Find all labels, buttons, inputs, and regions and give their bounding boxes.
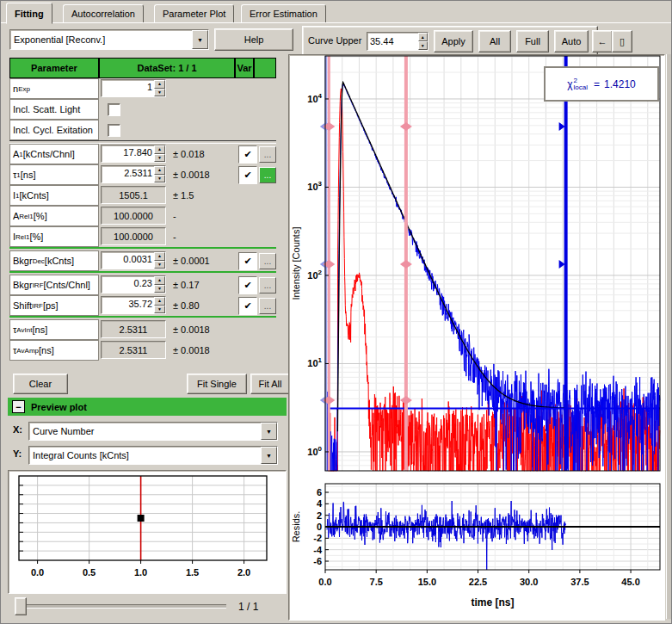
param-value-a1[interactable]: 17.840 [102, 145, 154, 162]
spin-up-icon[interactable]: ▲ [154, 145, 165, 154]
tab-fitting[interactable]: Fitting [6, 3, 52, 24]
spin-up-icon[interactable]: ▲ [418, 33, 428, 41]
param-error-arel1: - [173, 211, 233, 221]
param-input-bkgr-dec[interactable]: 0.0031▲▼ [101, 251, 166, 269]
param-value-bkgr-dec[interactable]: 0.0031 [102, 252, 154, 269]
param-label-arel1: ARel1[%] [9, 206, 99, 226]
param-var-tau1[interactable]: ✔ [238, 166, 257, 184]
chevron-down-icon[interactable]: ▼ [261, 423, 277, 440]
param-input-n-exp[interactable]: 1▲▼ [101, 79, 166, 97]
fit-all-button[interactable]: Fit All [250, 374, 290, 394]
section-separator [9, 316, 276, 318]
svg-text:7.5: 7.5 [370, 577, 383, 587]
svg-text:37.5: 37.5 [570, 577, 589, 587]
cursor-mode-icon: ▯ [620, 36, 625, 47]
spin-down-icon[interactable]: ▼ [154, 261, 165, 269]
apply-button[interactable]: Apply [434, 30, 473, 53]
param-label-bkgr-dec: BkgrDec[kCnts] [9, 250, 99, 271]
curve-upper-label: Curve Upper [308, 35, 361, 46]
chevron-down-icon[interactable]: ▼ [261, 447, 277, 464]
param-var-bkgr-dec[interactable]: ✔ [238, 252, 257, 270]
svg-text:30.0: 30.0 [520, 577, 538, 587]
table-header-col1: Parameter [9, 58, 99, 78]
auto-button[interactable]: Auto [554, 30, 589, 53]
preview-x-select[interactable]: Curve Number ▼ [28, 422, 278, 441]
svg-text:6: 6 [317, 487, 322, 497]
param-more-bkgr-irf[interactable]: ... [259, 277, 276, 293]
spin-down-icon[interactable]: ▼ [154, 306, 165, 314]
spin-up-icon[interactable]: ▲ [154, 80, 165, 89]
decay-chart-svg: 100101102103104Intensity [Counts]6420-2-… [289, 55, 663, 618]
param-var-bkgr-irf[interactable]: ✔ [238, 276, 257, 294]
param-value-tau-av-int: 2.5311 [101, 320, 166, 338]
param-error-irel1: - [173, 232, 233, 242]
collapse-button[interactable]: − [12, 400, 25, 413]
spin-down-icon[interactable]: ▼ [154, 285, 165, 293]
param-var-shift-irf[interactable]: ✔ [238, 297, 257, 315]
param-label-tau-av-amp: τAvAmp[ns] [9, 340, 99, 361]
x-axis-label: time [ns] [471, 596, 514, 609]
spin-up-icon[interactable]: ▲ [154, 297, 165, 306]
curve-upper-input[interactable] [367, 33, 418, 50]
preview-x-label: X: [13, 424, 22, 435]
param-checkbox-incl-scatt-light[interactable] [108, 103, 120, 116]
spin-down-icon[interactable]: ▼ [154, 154, 165, 163]
param-more-tau1[interactable]: ... [259, 167, 276, 183]
spin-up-icon[interactable]: ▲ [154, 276, 165, 285]
param-value-bkgr-irf[interactable]: 0.23 [102, 276, 154, 293]
preview-x-value: Curve Number [29, 424, 261, 438]
spin-up-icon[interactable]: ▲ [154, 166, 165, 175]
back-arrow-button[interactable]: ← [592, 30, 613, 53]
param-more-shift-irf[interactable]: ... [259, 298, 276, 314]
param-var-a1[interactable]: ✔ [238, 145, 257, 164]
fit-single-button-label: Fit Single [197, 379, 237, 389]
spin-down-icon[interactable]: ▼ [418, 41, 428, 50]
param-value-n-exp[interactable]: 1 [102, 80, 154, 96]
param-value-tau1[interactable]: 2.5311 [102, 166, 154, 182]
dataset-slider-track[interactable] [20, 604, 226, 609]
y-axis-label: Intensity [Counts] [291, 227, 301, 300]
param-checkbox-incl-cycl-exitation[interactable] [108, 124, 120, 137]
param-more-bkgr-dec[interactable]: ... [259, 253, 276, 269]
param-error-tau1: ± 0.0018 [173, 170, 233, 180]
decay-chart-panel[interactable]: 100101102103104Intensity [Counts]6420-2-… [288, 54, 665, 621]
curve-upper-field[interactable]: ▲ ▼ [367, 32, 428, 51]
preview-y-select[interactable]: Integral Counts [kCnts] ▼ [28, 446, 278, 465]
svg-text:45.0: 45.0 [621, 577, 639, 587]
param-error-bkgr-dec: ± 0.0001 [173, 256, 233, 266]
clear-button-label: Clear [29, 379, 52, 389]
param-input-a1[interactable]: 17.840▲▼ [101, 145, 166, 163]
preview-plot-header: − Preview plot [8, 398, 287, 416]
param-value-shift-irf[interactable]: 35.72 [102, 297, 154, 313]
cursor-mode-button[interactable]: ▯ [612, 30, 632, 53]
param-label-bkgr-irf: BkgrIRF[Cnts/Chnl] [9, 275, 99, 295]
param-error-shift-irf: ± 0.80 [173, 300, 233, 311]
svg-text:101: 101 [307, 356, 322, 368]
clear-button[interactable]: Clear [13, 374, 68, 394]
svg-text:2: 2 [317, 510, 322, 521]
fit-all-button-label: Fit All [259, 379, 282, 389]
param-label-a1: A1[kCnts/Chnl] [9, 144, 99, 164]
spin-up-icon[interactable]: ▲ [154, 252, 165, 261]
param-input-tau1[interactable]: 2.5311▲▼ [101, 165, 166, 183]
spin-down-icon[interactable]: ▼ [154, 89, 165, 97]
svg-text:22.5: 22.5 [469, 577, 487, 587]
fit-single-button[interactable]: Fit Single [187, 374, 247, 394]
param-more-a1[interactable]: ... [259, 146, 276, 163]
svg-text:1.0: 1.0 [134, 567, 147, 578]
param-label-shift-irf: ShiftIRF[ps] [9, 295, 99, 316]
preview-plot-canvas[interactable]: 0.00.51.01.52.0 [8, 470, 287, 594]
panel-splitter[interactable] [666, 54, 672, 619]
spin-down-icon[interactable]: ▼ [154, 175, 165, 183]
svg-text:1.5: 1.5 [186, 567, 199, 578]
preview-data-point[interactable] [138, 515, 145, 522]
dataset-slider-handle[interactable] [15, 597, 27, 615]
param-error-a1: ± 0.018 [173, 149, 233, 159]
param-input-bkgr-irf[interactable]: 0.23▲▼ [101, 275, 166, 293]
svg-text:2.0: 2.0 [237, 567, 250, 578]
preview-y-label: Y: [13, 448, 22, 459]
param-error-tau-av-int: ± 0.0018 [173, 324, 233, 335]
param-input-shift-irf[interactable]: 35.72▲▼ [101, 296, 166, 314]
all-button[interactable]: All [478, 30, 511, 53]
full-button[interactable]: Full [516, 30, 549, 53]
